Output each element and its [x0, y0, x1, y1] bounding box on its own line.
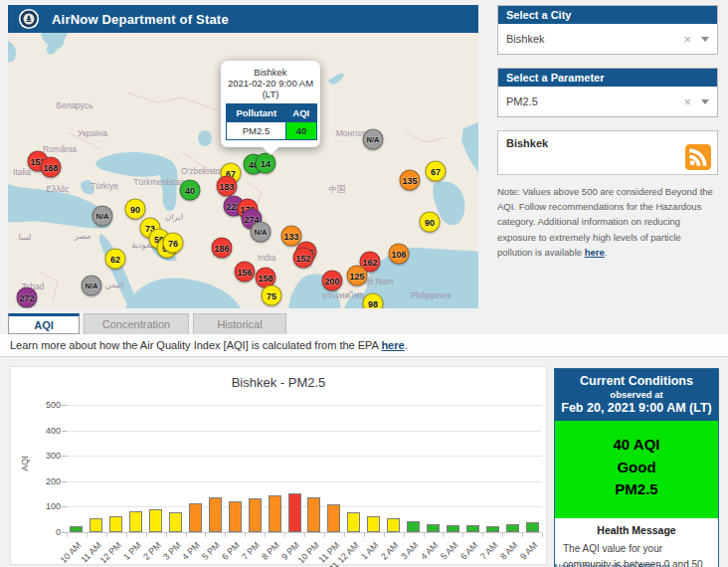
- tab-concentration[interactable]: Concentration: [84, 313, 189, 334]
- chart-bar[interactable]: [506, 524, 519, 532]
- map-country-label: ليبيا: [19, 232, 32, 242]
- aqi-marker[interactable]: 98: [363, 293, 384, 309]
- clear-icon[interactable]: ×: [683, 33, 691, 46]
- chart-bar[interactable]: [169, 512, 182, 532]
- aqi-marker[interactable]: N/A: [82, 276, 102, 296]
- chart-bar[interactable]: [466, 525, 479, 532]
- aqi-marker[interactable]: 90: [125, 199, 146, 220]
- parameter-select-value: PM2.5: [506, 95, 683, 107]
- map-country-label: Türkmenistan: [133, 177, 185, 187]
- aqi-marker[interactable]: N/A: [363, 129, 384, 150]
- note-here-link[interactable]: here: [585, 247, 605, 258]
- chart-bar[interactable]: [447, 525, 459, 532]
- chart-bar[interactable]: [109, 516, 122, 532]
- tab-historical[interactable]: Historical: [193, 313, 286, 334]
- aqi-marker[interactable]: N/A: [251, 222, 272, 243]
- chart-bar[interactable]: [249, 498, 262, 532]
- parameter-select[interactable]: PM2.5 ×: [498, 87, 717, 116]
- city-select[interactable]: Bishkek ×: [498, 24, 717, 54]
- aqi-marker[interactable]: 135: [400, 170, 421, 191]
- note-suffix: .: [605, 247, 608, 258]
- sidebar: Select a City Bishkek × Select a Paramet…: [497, 5, 718, 260]
- map-country-label: Türkiye: [91, 181, 118, 191]
- chart-bar[interactable]: [427, 524, 440, 532]
- chart-bar[interactable]: [387, 518, 400, 532]
- aqi-marker[interactable]: 272: [17, 287, 38, 308]
- aqi-marker[interactable]: 183: [217, 176, 238, 197]
- chart-x-tick: [424, 533, 425, 537]
- map-country-label: 中国: [329, 184, 346, 196]
- aqi-map[interactable]: БеларусьУкраїнаRomâniaItaliaΕλλάςTürkiye…: [8, 33, 478, 308]
- conditions-datetime: Feb 20, 2021 9:00 AM (LT): [557, 401, 716, 415]
- rss-feed-icon[interactable]: [685, 144, 711, 170]
- aqi-marker[interactable]: 125: [347, 266, 368, 286]
- map-country-label: Беларусь: [56, 100, 92, 110]
- chart-bar[interactable]: [327, 504, 340, 532]
- aqi-marker[interactable]: 76: [163, 233, 184, 254]
- chart-bar[interactable]: [407, 521, 420, 532]
- popup-timezone: (LT): [226, 89, 315, 99]
- aqi-marker[interactable]: 14: [256, 153, 276, 174]
- chart-bar[interactable]: [70, 526, 83, 532]
- aqi-marker[interactable]: 168: [41, 157, 62, 178]
- aqi-marker[interactable]: 156: [235, 262, 256, 283]
- chart-x-tick: [87, 533, 88, 537]
- chevron-down-icon[interactable]: [701, 99, 709, 104]
- chart-bar[interactable]: [189, 503, 202, 532]
- tab-aqi[interactable]: AQI: [8, 313, 80, 334]
- chart-x-label: 5 AM: [439, 540, 460, 562]
- parameter-panel-title: Select a Parameter: [498, 69, 717, 87]
- chart-x-tick: [522, 533, 523, 537]
- chart-bar[interactable]: [486, 526, 499, 532]
- aqi-marker[interactable]: 90: [420, 212, 441, 233]
- page: AirNow Department of State: [0, 0, 728, 567]
- chart-bar[interactable]: [149, 509, 162, 532]
- chart-x-tick: [225, 533, 226, 537]
- chart-bar[interactable]: [90, 518, 102, 532]
- beyond-aqi-note: Note: Values above 500 are considered Be…: [497, 184, 718, 260]
- chart-bar[interactable]: [209, 497, 222, 532]
- aqi-marker[interactable]: 75: [262, 285, 282, 306]
- chart-bar[interactable]: [367, 516, 380, 532]
- parameter-panel: Select a Parameter PM2.5 ×: [497, 68, 718, 117]
- chart-x-label: 7 PM: [240, 540, 262, 562]
- aqi-marker[interactable]: 62: [105, 249, 126, 270]
- epa-here-link[interactable]: here: [381, 339, 404, 351]
- conditions-aqi-pollutant: PM2.5: [555, 478, 718, 501]
- chart-x-label: 4 PM: [181, 540, 203, 562]
- conditions-observed-at: observed at: [557, 389, 716, 400]
- page-title: AirNow Department of State: [52, 12, 229, 27]
- chart-bar[interactable]: [129, 511, 142, 532]
- aqi-marker[interactable]: 40: [180, 180, 201, 201]
- chevron-down-icon[interactable]: [701, 37, 709, 42]
- map-country-label: Italia: [13, 167, 31, 177]
- chart-bar[interactable]: [307, 497, 320, 532]
- chart-bar[interactable]: [288, 493, 301, 532]
- chart-x-label: 6 AM: [458, 540, 480, 562]
- clear-icon[interactable]: ×: [683, 95, 691, 108]
- chart-x-label: 7 AM: [478, 540, 500, 562]
- chart-x-tick: [404, 533, 405, 537]
- popup-city: Bishkek: [226, 67, 315, 78]
- aqi-marker[interactable]: 200: [322, 271, 343, 291]
- learn-more-label: Learn more about how the Air Quality Ind…: [10, 339, 381, 351]
- chart-x-tick: [344, 533, 345, 537]
- chart-bar[interactable]: [229, 501, 242, 532]
- chart-y-tick: [62, 405, 67, 406]
- chart-y-tick: [62, 481, 67, 482]
- aqi-marker[interactable]: N/A: [92, 206, 113, 227]
- chart-y-tick: [62, 456, 67, 457]
- aqi-marker[interactable]: 67: [426, 161, 447, 182]
- chart-x-tick: [482, 533, 483, 537]
- aqi-marker[interactable]: 106: [389, 244, 410, 265]
- chart-x-tick: [245, 533, 246, 537]
- chart-bar[interactable]: [347, 512, 360, 532]
- chart-bar[interactable]: [269, 495, 281, 532]
- chart-x-tick: [364, 533, 365, 537]
- chart-bar[interactable]: [526, 522, 539, 532]
- aqi-marker[interactable]: 186: [212, 238, 233, 259]
- aqi-marker[interactable]: 152: [293, 248, 314, 269]
- city-panel-title: Select a City: [498, 6, 717, 24]
- chart-x-tick: [502, 533, 503, 537]
- chart-gridline: [67, 506, 542, 507]
